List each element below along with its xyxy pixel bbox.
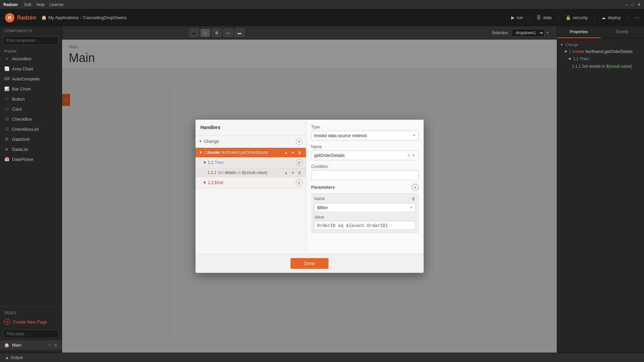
landscape-device-btn[interactable]: ▭: [223, 29, 233, 37]
component-item-autocomplete[interactable]: ⌨ AutoComplete: [0, 74, 62, 84]
security-label: security: [573, 15, 588, 20]
datagrid-icon: ⊞: [4, 136, 9, 142]
parameters-group: Parameters + Name 🗑: [311, 184, 419, 233]
modal-overlay: Handlers ▼ Change +: [62, 40, 557, 353]
type-select-wrap: Invoke data source method: [311, 131, 419, 140]
done-button[interactable]: Done: [290, 258, 328, 269]
data-button[interactable]: 🗄 data: [537, 15, 551, 20]
handler-invoke-controls: ▲ ▼ 🗑: [283, 150, 303, 155]
toolbar-sep-4: [628, 14, 628, 21]
create-new-page-button[interactable]: + Create New Page: [0, 316, 62, 327]
app-title: Radzen: [3, 2, 18, 7]
component-item-datagrid[interactable]: ⊞ DataGrid: [0, 134, 62, 144]
right-panel-content: ▼ Change ▼ 1 Invoke Northwind.getOrderDe…: [557, 39, 644, 75]
set-down-button[interactable]: ▼: [290, 170, 296, 175]
name-field[interactable]: getOrderDetails ✕ ▼: [311, 150, 419, 160]
more-button[interactable]: ···: [635, 15, 639, 21]
component-item-card[interactable]: ▭ Card: [0, 104, 62, 114]
modal-footer: Done: [196, 254, 424, 273]
component-item-button[interactable]: □ Button: [0, 94, 62, 104]
page-item-main[interactable]: 🏠 Main ✎ 🗑: [0, 340, 62, 350]
error-add-button[interactable]: +: [296, 179, 303, 186]
page-edit-icon[interactable]: ✎: [48, 343, 52, 348]
page-search-input[interactable]: [3, 329, 58, 338]
component-item-bar-chart[interactable]: 📊 Bar Chart: [0, 84, 62, 94]
breadcrumb-app[interactable]: My Applications: [48, 15, 78, 20]
params-add-button[interactable]: +: [412, 184, 419, 191]
set-up-button[interactable]: ▲: [283, 170, 289, 175]
set-delete-button[interactable]: 🗑: [297, 170, 303, 175]
handler-set-item[interactable]: 1.1.1 Set details to ${result.value} ▲ ▼: [196, 168, 306, 177]
then-tri-icon: ▼: [203, 160, 208, 165]
invoke-down-button[interactable]: ▼: [290, 150, 296, 155]
component-label-checkboxlist: CheckBoxList: [12, 127, 39, 132]
deploy-button[interactable]: ☁ deploy: [601, 15, 621, 20]
component-item-area-chart[interactable]: 📈 Area Chart: [0, 64, 62, 74]
handler-then-item[interactable]: ▼ 1.1 Then +: [196, 157, 306, 168]
radzen-logo: R Radzen: [5, 13, 36, 22]
tree-tri-1: ▼: [564, 49, 569, 54]
invoke-up-button[interactable]: ▲: [283, 150, 289, 155]
page-icon: 🏠: [4, 343, 9, 348]
component-item-checkboxlist[interactable]: ☑ CheckBoxList: [0, 124, 62, 134]
menu-license[interactable]: License: [50, 2, 63, 7]
param-name-label: Name: [314, 196, 325, 201]
tab-events[interactable]: Events: [601, 26, 644, 38]
breadcrumb-page[interactable]: CascadingDropDowns: [83, 15, 126, 20]
type-label: Type: [311, 125, 419, 129]
component-item-datalist[interactable]: ≣ DataList: [0, 144, 62, 154]
invoke-keyword: 1 Invoke: [569, 49, 584, 54]
tree-item-1-1-1[interactable]: 1.1.1 Set details to ${result.value}: [560, 63, 641, 70]
handler-error-label: ▼ 1.2 Error: [203, 180, 296, 185]
param-item: Name 🗑 $filter Value: [311, 193, 419, 233]
change-collapse-icon[interactable]: ▼: [560, 43, 564, 47]
desktop-device-btn[interactable]: 🖥: [212, 29, 221, 37]
component-search-input[interactable]: [3, 36, 58, 45]
run-button[interactable]: ▶ run: [511, 15, 523, 20]
minimize-button[interactable]: ─: [625, 2, 628, 7]
checkboxlist-icon: ☑: [4, 126, 9, 132]
then-add-button[interactable]: +: [296, 159, 303, 166]
change-add-button[interactable]: +: [296, 138, 303, 145]
handler-change-row: ▼ Change +: [196, 135, 306, 148]
tree-tri-1-1: ▼: [568, 57, 573, 61]
selection-dropdown[interactable]: dropdown1: [512, 29, 544, 37]
condition-input[interactable]: [311, 170, 419, 180]
param-value-input[interactable]: [314, 221, 416, 230]
type-group: Type Invoke data source method: [311, 125, 419, 140]
handler-invoke-item[interactable]: ▼ 1 Invoke Northwind.getOrderDetails ▲ ▼…: [196, 148, 306, 157]
close-button[interactable]: ✕: [637, 2, 641, 7]
component-item-checkbox[interactable]: ☑ CheckBox: [0, 114, 62, 124]
set-text: 1.1.1 Set details to ${result.value}: [572, 64, 632, 69]
window-controls: ─ □ ✕: [625, 2, 641, 7]
param-select-wrap: $filter: [314, 203, 416, 212]
change-triangle-icon: ▼: [199, 139, 202, 143]
tree-item-1-1[interactable]: ▼ 1.1 Then: [560, 55, 641, 63]
handler-error-item[interactable]: ▼ 1.2 Error +: [196, 177, 306, 188]
page-delete-icon[interactable]: 🗑: [54, 343, 58, 348]
tab-properties[interactable]: Properties: [557, 26, 601, 38]
breadcrumb: 🏠 My Applications / CascadingDropDowns: [41, 15, 126, 20]
name-field-dropdown-icon[interactable]: ▼: [412, 153, 416, 158]
menu-help[interactable]: Help: [36, 2, 45, 7]
maximize-button[interactable]: □: [632, 2, 634, 7]
component-item-accordion[interactable]: ≡ Accordion: [0, 54, 62, 64]
component-label-checkbox: CheckBox: [12, 117, 32, 122]
tablet-device-btn[interactable]: □: [201, 29, 210, 37]
name-field-clear-icon[interactable]: ✕: [407, 153, 410, 158]
tree-item-1[interactable]: ▼ 1 Invoke Northwind.getOrderDetails: [560, 48, 641, 55]
security-button[interactable]: 🔒 security: [566, 15, 588, 20]
invoke-delete-button[interactable]: 🗑: [297, 150, 303, 155]
param-name-select[interactable]: $filter: [314, 203, 416, 212]
param-delete-icon[interactable]: 🗑: [412, 196, 416, 201]
wide-device-btn[interactable]: ▬: [235, 29, 244, 37]
name-label: Name: [311, 144, 419, 149]
output-toggle[interactable]: ▲ Output: [5, 355, 23, 360]
component-item-datepicker[interactable]: 📅 DatePicker: [0, 154, 62, 164]
menu-edit[interactable]: Edit: [24, 2, 32, 7]
type-select[interactable]: Invoke data source method: [311, 131, 419, 140]
mobile-device-btn[interactable]: 📱: [189, 29, 199, 37]
name-field-value: getOrderDetails: [314, 153, 345, 158]
params-label: Parameters: [311, 185, 335, 190]
area-chart-icon: 📈: [4, 66, 9, 71]
